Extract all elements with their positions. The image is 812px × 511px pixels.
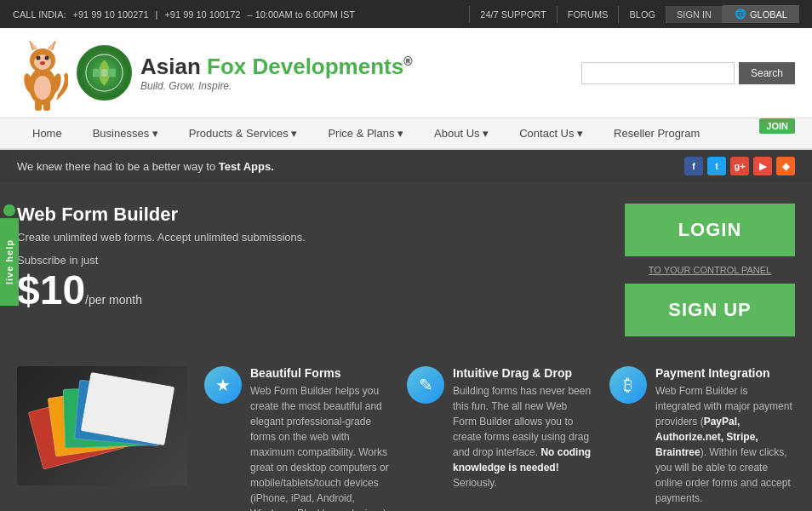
feature-image <box>17 366 187 511</box>
price-amount: $10 <box>17 267 85 313</box>
feature-icon-1: ★ <box>204 366 242 404</box>
tagline-bold: Test Apps. <box>219 160 274 173</box>
forms-illustration <box>17 366 187 485</box>
feature-3-title: Payment Integration <box>655 366 795 380</box>
top-bar-right: 24/7 SUPPORT FORUMS BLOG SIGN IN 🌐 GLOBA… <box>469 5 799 23</box>
feature-3-content: Payment Integration Web Form Builder is … <box>655 366 795 506</box>
forums-link[interactable]: FORUMS <box>558 6 620 23</box>
twitter-icon[interactable]: t <box>707 157 726 175</box>
logo-title-black: Asian <box>140 54 207 79</box>
nav-about[interactable]: About Us ▾ <box>419 118 504 148</box>
search-input[interactable] <box>581 62 735 84</box>
subscribe-label: Subscribe in just <box>17 254 608 267</box>
fox-mascot <box>17 37 68 109</box>
logo-text: Asian Fox Developments® Build. Grow. Ins… <box>140 54 413 92</box>
nav-reseller[interactable]: Reseller Program <box>598 118 742 148</box>
live-help-tab[interactable]: live help <box>0 204 19 306</box>
svg-point-12 <box>34 76 51 100</box>
feature-1: ★ Beautiful Forms Web Form Builder helps… <box>204 366 390 511</box>
price-line: $10/per month <box>17 270 608 311</box>
feature-1-title: Beautiful Forms <box>250 366 390 380</box>
tagline-bar: We knew there had to be a better way to … <box>0 150 812 182</box>
signin-link[interactable]: SIGN IN <box>666 6 723 23</box>
top-bar: CALL INDIA: +91 99 10 100271 | +91 99 10… <box>0 0 812 28</box>
logo-area: Asian Fox Developments® Build. Grow. Ins… <box>17 37 413 109</box>
header: Asian Fox Developments® Build. Grow. Ins… <box>0 28 812 118</box>
login-button[interactable]: LOGIN <box>625 204 795 256</box>
support-link[interactable]: 24/7 SUPPORT <box>469 6 557 23</box>
globe-icon: 🌐 <box>735 9 746 20</box>
feature-2: ✎ Intuitive Drag & Drop Building forms h… <box>407 366 592 511</box>
logo-subtitle: Build. Grow. Inspire. <box>140 80 413 92</box>
top-bar-left: CALL INDIA: +91 99 10 100271 | +91 99 10… <box>13 9 355 20</box>
separator: | <box>156 9 158 20</box>
svg-rect-14 <box>43 100 50 111</box>
feature-icon-3: ₿ <box>609 366 647 404</box>
hero-section: Web Form Builder Create unlimited web fo… <box>0 182 812 353</box>
hero-subtitle: Create unlimited web forms. Accept unlim… <box>17 231 608 244</box>
nav-products[interactable]: Products & Services ▾ <box>174 118 313 148</box>
social-icons: f t g+ ▶ ◆ <box>684 157 795 175</box>
nav-home[interactable]: Home <box>17 118 77 148</box>
control-panel-label: TO YOUR CONTROL PANEL <box>625 265 795 275</box>
facebook-icon[interactable]: f <box>684 157 703 175</box>
feature-2-desc: Building forms has never been this fun. … <box>453 383 592 491</box>
blog-link[interactable]: BLOG <box>619 6 666 23</box>
svg-point-8 <box>45 56 49 60</box>
svg-point-9 <box>40 61 45 65</box>
hero-title: Web Form Builder <box>17 204 608 226</box>
call-label: CALL INDIA: <box>13 9 66 20</box>
feature-2-title: Intuitive Drag & Drop <box>453 366 592 380</box>
features-row: ★ Beautiful Forms Web Form Builder helps… <box>0 353 812 511</box>
tagline-pre: We knew there had to be a better way to <box>17 160 219 173</box>
feature-1-desc: Web Form Builder helps you create the mo… <box>250 383 390 511</box>
live-help-dot <box>3 204 15 216</box>
logo-title-colored: Fox Developments <box>207 54 403 79</box>
hours: – 10:00AM to 6:00PM IST <box>247 9 355 20</box>
feature-3-desc: Web Form Builder is integrated with majo… <box>655 383 795 506</box>
feature-3: ₿ Payment Integration Web Form Builder i… <box>609 366 795 511</box>
global-label: GLOBAL <box>750 9 787 20</box>
price-per-month: /per month <box>85 293 142 307</box>
phone1[interactable]: +91 99 10 100271 <box>73 9 149 20</box>
googleplus-icon[interactable]: g+ <box>730 157 749 175</box>
logo-title: Asian Fox Developments® <box>140 54 413 80</box>
hero-left: Web Form Builder Create unlimited web fo… <box>17 204 608 336</box>
hero-right: LOGIN TO YOUR CONTROL PANEL SIGN UP <box>625 204 795 336</box>
svg-point-16 <box>100 69 108 77</box>
nav-price[interactable]: Price & Plans ▾ <box>312 118 419 148</box>
nav-contact[interactable]: Contact Us ▾ <box>504 118 598 148</box>
join-badge[interactable]: JOIN <box>759 118 795 134</box>
global-btn[interactable]: 🌐 GLOBAL <box>723 5 799 23</box>
svg-point-7 <box>37 56 41 60</box>
nav-businesses[interactable]: Businesses ▾ <box>77 118 174 148</box>
search-area: Search <box>581 62 795 84</box>
signup-button[interactable]: SIGN UP <box>625 284 795 336</box>
phone2[interactable]: +91 99 10 100172 <box>164 9 240 20</box>
main-content: Web Form Builder Create unlimited web fo… <box>0 182 812 511</box>
logo-circle <box>77 45 132 100</box>
form-stack <box>34 375 170 477</box>
nav: Home Businesses ▾ Products & Services ▾ … <box>0 118 812 150</box>
feature-1-content: Beautiful Forms Web Form Builder helps y… <box>250 366 390 511</box>
rss-icon[interactable]: ◆ <box>776 157 795 175</box>
svg-rect-13 <box>35 100 42 111</box>
tagline-text: We knew there had to be a better way to … <box>17 160 274 173</box>
feature-2-content: Intuitive Drag & Drop Building forms has… <box>453 366 592 491</box>
youtube-icon[interactable]: ▶ <box>753 157 772 175</box>
live-help-label[interactable]: live help <box>0 218 19 306</box>
search-button[interactable]: Search <box>739 62 795 84</box>
feature-icon-2: ✎ <box>407 366 444 404</box>
